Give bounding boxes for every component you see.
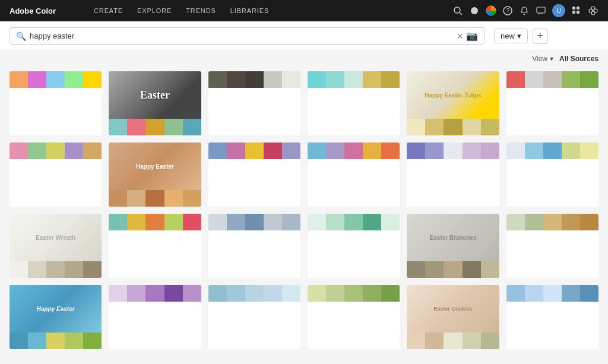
- svg-point-0: [454, 7, 460, 13]
- color-strip: [407, 143, 425, 159]
- color-strip: [381, 71, 400, 88]
- palette-type-dropdown[interactable]: new ▾: [494, 29, 528, 43]
- palette-card[interactable]: [506, 143, 598, 207]
- color-strip: [183, 190, 201, 207]
- color-strip: [308, 285, 326, 302]
- color-strip: [308, 71, 326, 88]
- color-strip: [282, 143, 300, 159]
- color-strip: [425, 119, 444, 135]
- color-strip: [127, 214, 145, 230]
- bell-icon[interactable]: [519, 5, 530, 16]
- palette-card[interactable]: [10, 143, 102, 207]
- color-strip: [245, 71, 264, 88]
- color-strip: [344, 214, 363, 230]
- palette-card[interactable]: [506, 285, 598, 349]
- help-icon[interactable]: ?: [502, 5, 513, 16]
- palette-card[interactable]: Easter Cookies: [407, 285, 499, 349]
- color-strip: [83, 71, 102, 88]
- nav-trends[interactable]: TRENDS: [186, 7, 216, 14]
- color-strip: [282, 71, 300, 88]
- svg-rect-8: [572, 11, 575, 14]
- palette-image-preview: Happy Easter: [109, 143, 201, 190]
- palette-card[interactable]: [208, 71, 300, 135]
- color-strip: [109, 119, 127, 135]
- color-strip: [264, 214, 282, 230]
- color-strip: [344, 285, 363, 302]
- color-strip: [562, 285, 580, 302]
- color-strip: [109, 285, 127, 302]
- color-strip: [444, 119, 462, 135]
- nav-right-icons: ? U: [452, 4, 598, 17]
- view-toggle-button[interactable]: View ▾: [532, 55, 553, 63]
- color-strip: [381, 214, 400, 230]
- palette-card[interactable]: Easter Wreath: [10, 214, 102, 278]
- color-strip: [506, 71, 525, 88]
- palette-card[interactable]: Happy Easter: [10, 285, 102, 349]
- palette-card[interactable]: [208, 143, 300, 207]
- palette-card[interactable]: Easter Branches: [407, 214, 499, 278]
- color-strip: [145, 190, 164, 207]
- color-strips: [109, 190, 201, 207]
- palette-card[interactable]: Happy Easter Tulips: [407, 71, 499, 135]
- user-avatar[interactable]: U: [552, 4, 565, 17]
- apps-icon[interactable]: [588, 5, 598, 16]
- color-strip: [127, 190, 145, 207]
- color-strip: [10, 333, 28, 349]
- color-strips: [208, 285, 300, 302]
- color-strip: [543, 214, 562, 230]
- palette-type-label: new: [501, 31, 515, 40]
- color-strip: [46, 143, 65, 159]
- search-nav-icon[interactable]: [452, 5, 463, 16]
- color-strip: [381, 285, 400, 302]
- color-strip: [164, 119, 183, 135]
- color-strip: [363, 285, 381, 302]
- color-strip: [344, 143, 363, 159]
- color-strip: [83, 261, 102, 278]
- color-strips: [10, 143, 102, 159]
- color-strip: [580, 71, 598, 88]
- palette-card[interactable]: [308, 143, 400, 207]
- all-sources-button[interactable]: All Sources: [559, 55, 598, 63]
- palette-card[interactable]: [308, 71, 400, 135]
- palette-card[interactable]: [208, 214, 300, 278]
- palette-card[interactable]: [308, 285, 400, 349]
- palette-card[interactable]: [208, 285, 300, 349]
- color-strip: [481, 119, 499, 135]
- palette-card[interactable]: [10, 71, 102, 135]
- palette-card[interactable]: Easter: [109, 71, 201, 135]
- palette-card[interactable]: [506, 214, 598, 278]
- search-input[interactable]: [30, 31, 457, 40]
- palette-image-preview: Easter Wreath: [10, 214, 102, 261]
- color-strips: [506, 143, 598, 159]
- color-strip: [264, 285, 282, 302]
- nav-libraries[interactable]: LIBRARIES: [230, 7, 269, 14]
- color-strip: [127, 119, 145, 135]
- color-strip: [28, 71, 46, 88]
- color-strip: [65, 143, 83, 159]
- add-palette-button[interactable]: +: [533, 29, 548, 44]
- palette-card[interactable]: [308, 214, 400, 278]
- image-overlay-text: Easter Cookies: [433, 306, 472, 312]
- camera-search-icon[interactable]: 📷: [466, 30, 478, 42]
- search-input-wrapper: 🔍 ✕ 📷: [10, 27, 484, 45]
- color-strip: [28, 333, 46, 349]
- search-clear-button[interactable]: ✕: [457, 31, 464, 41]
- palette-card[interactable]: [109, 214, 201, 278]
- palette-card[interactable]: [109, 285, 201, 349]
- top-navigation: Adobe Color CREATE EXPLORE TRENDS LIBRAR…: [0, 0, 608, 21]
- color-strip: [425, 261, 444, 278]
- palette-card[interactable]: [506, 71, 598, 135]
- moon-icon[interactable]: [469, 5, 480, 16]
- grid-icon[interactable]: [571, 5, 582, 16]
- palette-card[interactable]: Happy Easter: [109, 143, 201, 207]
- color-strip: [282, 214, 300, 230]
- svg-rect-7: [577, 7, 580, 10]
- palette-card[interactable]: [407, 143, 499, 207]
- chat-icon[interactable]: [536, 5, 546, 16]
- svg-rect-5: [537, 7, 545, 13]
- color-strip: [407, 261, 425, 278]
- color-wheel-icon[interactable]: [486, 5, 496, 16]
- nav-create[interactable]: CREATE: [94, 7, 123, 14]
- nav-explore[interactable]: EXPLORE: [137, 7, 172, 14]
- color-strip: [425, 333, 444, 349]
